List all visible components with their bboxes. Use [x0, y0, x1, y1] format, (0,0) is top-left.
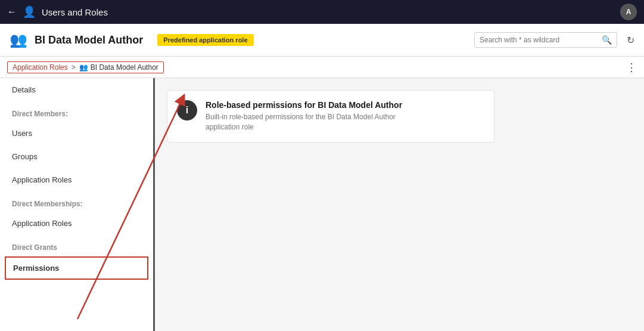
breadcrumb-current: 👥 BI Data Model Author [79, 63, 158, 72]
search-input[interactable] [480, 36, 598, 44]
user-avatar[interactable]: A [620, 4, 637, 20]
breadcrumb-current-icon: 👥 [79, 63, 88, 72]
info-icon: i [177, 100, 197, 120]
role-title: BI Data Model Author [35, 34, 143, 47]
sidebar-section-direct-grants: Direct Grants [0, 235, 153, 255]
sidebar-section-direct-members: Direct Members: [0, 101, 153, 122]
content-wrapper: i Role-based permissions for BI Data Mod… [167, 90, 632, 143]
breadcrumb-current-label: BI Data Model Author [91, 63, 158, 72]
sidebar-item-permissions[interactable]: Permissions [5, 256, 148, 280]
top-bar: ← 👤 Users and Roles A [0, 0, 644, 24]
breadcrumb-link[interactable]: Application Roles [13, 63, 68, 72]
app-title: Users and Roles [42, 7, 614, 17]
search-box[interactable]: 🔍 [474, 32, 617, 48]
info-card: i Role-based permissions for BI Data Mod… [167, 90, 494, 143]
sidebar-item-users[interactable]: Users [0, 122, 153, 145]
content-area: i Role-based permissions for BI Data Mod… [155, 78, 644, 331]
users-roles-icon: 👤 [23, 5, 36, 18]
info-subtitle: Built-in role-based permissions for the … [206, 112, 402, 132]
info-sub-line2: application role [206, 123, 254, 131]
sidebar-item-application-roles[interactable]: Application Roles [0, 168, 153, 191]
breadcrumb-row: Application Roles > 👥 BI Data Model Auth… [0, 57, 644, 78]
back-button[interactable]: ← [7, 7, 17, 17]
breadcrumb-separator: > [71, 63, 76, 72]
more-options-icon[interactable]: ⋮ [626, 61, 637, 74]
info-sub-line1: Built-in role-based permissions for the … [206, 113, 396, 121]
sidebar-item-memberships-app-roles[interactable]: Application Roles [0, 212, 153, 235]
predefined-badge: Predefined application role [157, 34, 253, 46]
role-icon: 👥 [10, 32, 27, 48]
sidebar: Details Direct Members: Users Groups App… [0, 78, 155, 331]
info-title: Role-based permissions for BI Data Model… [206, 100, 402, 110]
refresh-icon[interactable]: ↻ [627, 35, 634, 46]
breadcrumb: Application Roles > 👥 BI Data Model Auth… [7, 61, 164, 73]
header-row: 👥 BI Data Model Author Predefined applic… [0, 24, 644, 57]
main-layout: Details Direct Members: Users Groups App… [0, 78, 644, 331]
sidebar-section-direct-memberships: Direct Memberships: [0, 191, 153, 212]
search-icon[interactable]: 🔍 [602, 35, 612, 45]
sidebar-item-groups[interactable]: Groups [0, 145, 153, 168]
info-text: Role-based permissions for BI Data Model… [206, 100, 402, 132]
sidebar-item-details[interactable]: Details [0, 78, 153, 101]
